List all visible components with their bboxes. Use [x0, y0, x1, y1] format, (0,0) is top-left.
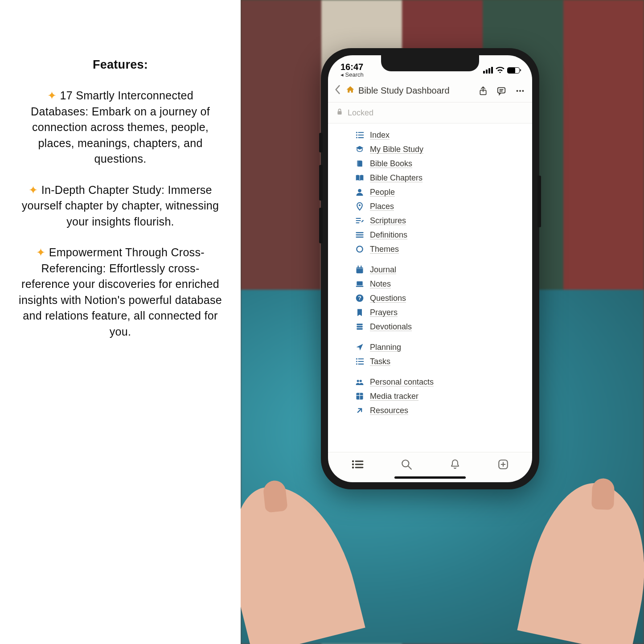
link-label: Media tracker — [370, 392, 418, 401]
svg-point-17 — [359, 204, 361, 206]
page-link-journal[interactable]: Journal — [355, 263, 532, 277]
page-link-questions[interactable]: ?Questions — [355, 291, 532, 305]
link-label: Scriptures — [370, 216, 406, 226]
nav-bar: Bible Study Dashboard — [328, 82, 532, 102]
svg-point-5 — [519, 90, 521, 91]
link-label: Journal — [370, 265, 396, 275]
svg-point-42 — [357, 380, 359, 382]
phone-frame: 16:47 ◂ Search Bible Stud — [321, 48, 539, 489]
link-label: Bible Chapters — [370, 173, 422, 183]
svg-point-8 — [356, 132, 357, 133]
svg-point-53 — [402, 460, 409, 467]
features-title: Features: — [18, 58, 223, 72]
page-link-personal-contacts[interactable]: Personal contacts — [355, 375, 532, 389]
page-title[interactable]: Bible Study Dashboard — [358, 86, 475, 96]
bookmark-icon — [355, 308, 365, 317]
link-label: Definitions — [370, 230, 407, 240]
open-book-icon — [355, 173, 365, 182]
svg-rect-7 — [337, 111, 341, 115]
svg-rect-26 — [357, 267, 363, 269]
photo-panel: 16:47 ◂ Search Bible Stud — [241, 0, 644, 644]
svg-point-36 — [356, 358, 357, 360]
svg-rect-1 — [498, 87, 505, 93]
more-icon[interactable] — [515, 86, 525, 96]
lines-icon — [355, 230, 365, 239]
page-link-notes[interactable]: Notes — [355, 277, 532, 291]
page-link-resources[interactable]: Resources — [355, 403, 532, 418]
link-label: Prayers — [370, 308, 398, 317]
page-content[interactable]: IndexMy Bible StudyBible BooksBible Chap… — [328, 123, 532, 452]
svg-point-4 — [517, 90, 518, 91]
stack-icon — [355, 322, 365, 331]
question-icon: ? — [355, 294, 365, 303]
page-link-prayers[interactable]: Prayers — [355, 305, 532, 320]
notifications-tab-icon[interactable] — [450, 459, 460, 470]
feature-2: ✦ In-Depth Chapter Study: Immerse yourse… — [18, 182, 223, 230]
page-link-index[interactable]: Index — [355, 128, 532, 142]
page-link-definitions[interactable]: Definitions — [355, 228, 532, 242]
link-label: Resources — [370, 406, 408, 415]
status-time: 16:47 — [340, 62, 364, 72]
person-icon — [355, 188, 365, 197]
book-icon — [355, 159, 365, 168]
svg-rect-14 — [357, 160, 358, 166]
calendar-icon — [355, 265, 365, 274]
sparkle-icon: ✦ — [29, 184, 38, 196]
phone-screen: 16:47 ◂ Search Bible Stud — [328, 55, 532, 482]
svg-rect-34 — [357, 326, 362, 327]
back-button[interactable] — [332, 84, 342, 98]
battery-icon — [507, 67, 520, 74]
link-label: Notes — [370, 279, 391, 289]
page-link-planning[interactable]: Planning — [355, 340, 532, 354]
bottom-tab-bar — [328, 452, 532, 474]
feature-3: ✦ Empowerment Through Cross-Referencing:… — [18, 245, 223, 340]
share-icon[interactable] — [479, 86, 488, 96]
status-back-source[interactable]: ◂ Search — [340, 72, 364, 78]
signal-icon — [483, 67, 493, 74]
page-link-devotionals[interactable]: Devotionals — [355, 320, 532, 334]
svg-line-54 — [409, 466, 412, 469]
feature-2-text: In-Depth Chapter Study: Immerse yourself… — [22, 184, 219, 228]
circle-icon — [355, 245, 365, 254]
home-indicator[interactable] — [394, 476, 466, 479]
page-link-bible-books[interactable]: Bible Books — [355, 156, 532, 171]
pencil-list-icon — [355, 216, 365, 225]
svg-point-38 — [356, 363, 357, 365]
page-link-my-bible-study[interactable]: My Bible Study — [355, 142, 532, 156]
page-link-people[interactable]: People — [355, 185, 532, 199]
list-tab-icon[interactable] — [351, 459, 364, 470]
link-label: Places — [370, 202, 394, 211]
link-label: My Bible Study — [370, 145, 423, 154]
search-tab-icon[interactable] — [401, 459, 412, 470]
laptop-icon — [355, 279, 365, 288]
locked-text: Locked — [348, 108, 373, 118]
svg-point-24 — [357, 246, 362, 252]
page-link-scriptures[interactable]: Scriptures — [355, 213, 532, 228]
arrow-ne-icon — [355, 406, 365, 415]
link-label: People — [370, 188, 395, 197]
link-label: Index — [370, 131, 390, 140]
home-icon — [346, 85, 355, 96]
people-icon — [355, 377, 365, 386]
page-link-media-tracker[interactable]: Media tracker — [355, 389, 532, 403]
page-link-tasks[interactable]: Tasks — [355, 354, 532, 369]
page-link-bible-chapters[interactable]: Bible Chapters — [355, 171, 532, 185]
svg-point-10 — [356, 137, 357, 138]
new-tab-icon[interactable] — [497, 459, 509, 470]
svg-rect-29 — [357, 281, 362, 285]
link-label: Planning — [370, 343, 401, 352]
grid-icon — [355, 392, 365, 401]
svg-point-43 — [360, 380, 362, 382]
svg-point-9 — [356, 135, 357, 136]
page-link-places[interactable]: Places — [355, 199, 532, 213]
svg-point-48 — [352, 464, 354, 465]
link-label: Tasks — [370, 357, 390, 366]
link-label: Questions — [370, 294, 406, 303]
svg-rect-33 — [357, 324, 362, 325]
svg-rect-30 — [356, 286, 364, 287]
hands — [245, 475, 640, 644]
svg-point-47 — [352, 460, 354, 462]
phone-notch — [381, 55, 479, 71]
comment-icon[interactable] — [496, 86, 506, 96]
page-link-themes[interactable]: Themes — [355, 242, 532, 256]
